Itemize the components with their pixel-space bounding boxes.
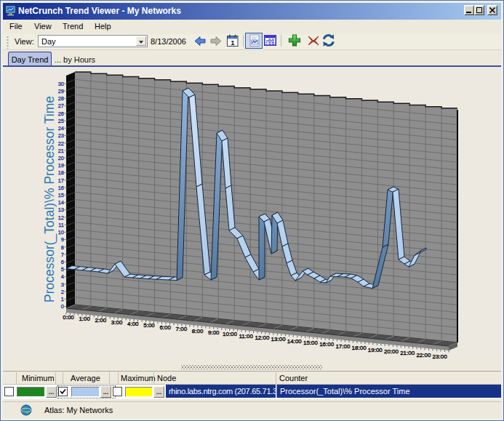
svg-text:16: 16 <box>58 185 64 191</box>
svg-text:13: 13 <box>58 207 64 213</box>
svg-text:23: 23 <box>58 132 64 139</box>
svg-text:12: 12 <box>58 214 64 221</box>
svg-text:21:00: 21:00 <box>400 350 415 356</box>
svg-text:14: 14 <box>58 199 64 206</box>
svg-text:4:00: 4:00 <box>127 321 139 327</box>
svg-text:2: 2 <box>61 289 64 295</box>
svg-text:9: 9 <box>61 236 64 243</box>
svg-text:13:00: 13:00 <box>271 336 287 342</box>
svg-text:23:00: 23:00 <box>433 353 448 360</box>
svg-text:8: 8 <box>61 244 64 251</box>
svg-text:0:00: 0:00 <box>63 314 74 321</box>
svg-text:18: 18 <box>58 169 64 176</box>
svg-text:8:00: 8:00 <box>192 328 204 334</box>
svg-text:1: 1 <box>61 296 64 302</box>
svg-text:4: 4 <box>61 273 64 280</box>
svg-text:6: 6 <box>61 259 64 265</box>
svg-text:14:00: 14:00 <box>287 338 303 345</box>
svg-text:15: 15 <box>58 192 64 199</box>
svg-text:10:00: 10:00 <box>223 331 238 337</box>
svg-text:7:00: 7:00 <box>176 326 188 332</box>
svg-text:21: 21 <box>58 148 64 154</box>
svg-text:26: 26 <box>58 111 64 117</box>
svg-text:1: 1 <box>231 39 235 47</box>
svg-text:29: 29 <box>58 88 64 95</box>
svg-text:20:00: 20:00 <box>384 348 399 355</box>
svg-text:17: 17 <box>58 177 64 184</box>
svg-text:15:00: 15:00 <box>303 340 319 346</box>
svg-text:7: 7 <box>61 252 64 258</box>
svg-text:16:00: 16:00 <box>319 341 335 348</box>
svg-text:22: 22 <box>58 140 64 147</box>
svg-text:5: 5 <box>61 266 64 273</box>
svg-text:3: 3 <box>61 281 64 288</box>
svg-text:19: 19 <box>58 162 64 169</box>
svg-text:10: 10 <box>58 229 64 236</box>
svg-text:11: 11 <box>58 222 64 228</box>
svg-text:11:00: 11:00 <box>239 333 253 340</box>
svg-text:27: 27 <box>58 103 64 109</box>
svg-text:1:00: 1:00 <box>79 316 90 322</box>
svg-text:3:00: 3:00 <box>111 319 123 326</box>
svg-text:5:00: 5:00 <box>143 322 155 329</box>
svg-text:Processor(_Total)\% Processor: Processor(_Total)\% Processor Time <box>42 96 57 302</box>
svg-text:28: 28 <box>58 95 64 102</box>
svg-text:20: 20 <box>58 155 64 161</box>
svg-text:30: 30 <box>58 81 64 87</box>
svg-text:18:00: 18:00 <box>352 345 367 351</box>
svg-text:24: 24 <box>58 125 64 132</box>
svg-text:9:00: 9:00 <box>208 329 220 336</box>
svg-text:19:00: 19:00 <box>368 347 383 353</box>
svg-text:22:00: 22:00 <box>416 352 431 358</box>
svg-text:6:00: 6:00 <box>159 324 171 331</box>
svg-text:25: 25 <box>58 118 64 124</box>
svg-text:2:00: 2:00 <box>95 317 107 324</box>
svg-text:0: 0 <box>61 303 64 310</box>
svg-text:17:00: 17:00 <box>335 343 351 350</box>
svg-text:12:00: 12:00 <box>255 334 270 341</box>
